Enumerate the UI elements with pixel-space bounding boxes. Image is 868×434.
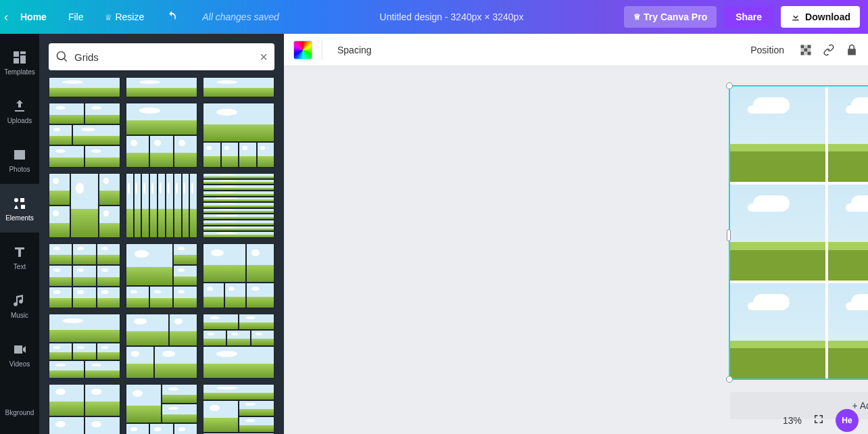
grid-thumbnail[interactable] [49, 314, 120, 379]
grid-thumbnail[interactable] [126, 384, 197, 434]
position-button[interactable]: Position [745, 41, 790, 59]
svg-rect-6 [804, 48, 808, 51]
photos-icon [11, 147, 28, 163]
svg-rect-7 [808, 48, 811, 51]
grid-cell[interactable] [730, 283, 825, 379]
context-toolbar: Spacing Position [284, 34, 868, 66]
elements-icon [11, 195, 28, 212]
videos-icon [11, 341, 28, 358]
resize-button[interactable]: ♕Resize [95, 6, 153, 28]
crown-icon: ♕ [633, 12, 641, 22]
rail-videos[interactable]: Videos [0, 330, 39, 379]
grid-thumbnail[interactable] [203, 243, 274, 308]
clear-search-button[interactable]: × [260, 49, 268, 65]
grid-thumbnail[interactable] [49, 173, 120, 238]
grid-cell[interactable] [828, 185, 868, 280]
workspace[interactable]: + Add page 13% He [284, 66, 868, 434]
rail-templates[interactable]: Templates [0, 38, 39, 87]
grid-thumbnail[interactable] [126, 77, 197, 97]
grid-thumbnail[interactable] [49, 103, 120, 168]
grid-thumbnail[interactable] [203, 173, 274, 238]
download-icon [790, 11, 801, 22]
canvas-page[interactable] [730, 87, 868, 379]
grid-thumbnail[interactable] [203, 384, 274, 434]
file-menu[interactable]: File [59, 6, 93, 28]
svg-rect-1 [20, 198, 24, 202]
zoom-level[interactable]: 13% [783, 415, 802, 426]
undo-button[interactable] [156, 5, 187, 30]
background-icon [11, 390, 28, 406]
bottom-status-bar: 13% He [284, 407, 868, 434]
svg-rect-10 [808, 51, 811, 55]
elements-panel: × [39, 34, 284, 434]
grids-results[interactable] [49, 77, 274, 434]
try-canva-pro-button[interactable]: ♕Try Canva Pro [624, 6, 717, 28]
grid-thumbnail[interactable] [203, 77, 274, 97]
rail-background[interactable]: Bkground [0, 379, 39, 427]
svg-rect-8 [801, 51, 804, 55]
grid-thumbnail[interactable] [126, 173, 197, 238]
left-nav-rail: Templates Uploads Photos Elements Text M… [0, 34, 39, 434]
rail-text[interactable]: Text [0, 233, 39, 281]
search-input[interactable] [74, 51, 254, 63]
spacing-button[interactable]: Spacing [332, 41, 377, 59]
templates-icon [11, 49, 28, 66]
text-icon [11, 244, 28, 260]
rail-music[interactable]: Music [0, 281, 39, 330]
rail-photos[interactable]: Photos [0, 135, 39, 184]
music-icon [11, 293, 28, 309]
grid-thumbnail[interactable] [203, 314, 274, 379]
crown-icon: ♕ [105, 13, 112, 22]
rail-uploads[interactable]: Uploads [0, 87, 39, 135]
search-icon [55, 50, 69, 64]
share-button[interactable]: Share [723, 6, 774, 28]
document-title[interactable]: Untitled design - 3240px × 3240px [279, 11, 624, 22]
back-chevron-icon[interactable]: ‹ [0, 10, 12, 24]
grid-thumbnail[interactable] [49, 77, 120, 97]
svg-rect-5 [801, 48, 804, 51]
home-button[interactable]: Home [16, 6, 56, 28]
download-button[interactable]: Download [781, 6, 860, 28]
uploads-icon [11, 98, 28, 114]
transparency-icon[interactable] [799, 43, 813, 57]
grid-cell[interactable] [730, 185, 825, 280]
grid-cell[interactable] [828, 283, 868, 379]
help-button[interactable]: He [836, 409, 859, 432]
grid-thumbnail[interactable] [49, 243, 120, 308]
svg-rect-4 [808, 45, 811, 48]
grid-cell[interactable] [828, 87, 868, 182]
selection-handle-tl[interactable] [726, 82, 733, 89]
search-field[interactable]: × [49, 43, 274, 70]
grid-thumbnail[interactable] [49, 384, 120, 434]
selection-handle-bl[interactable] [726, 376, 733, 383]
selection-handle-l[interactable] [727, 229, 731, 241]
rail-elements[interactable]: Elements [0, 184, 39, 233]
link-icon[interactable] [822, 43, 836, 57]
svg-point-0 [14, 198, 18, 202]
fullscreen-button[interactable] [813, 413, 825, 428]
lock-icon[interactable] [845, 43, 859, 57]
color-picker-button[interactable] [293, 41, 312, 59]
top-menu-bar: ‹ Home File ♕Resize All changes saved Un… [0, 0, 868, 34]
grid-thumbnail[interactable] [126, 243, 197, 308]
svg-rect-9 [804, 51, 808, 55]
grid-cell[interactable] [730, 87, 825, 182]
svg-rect-2 [801, 45, 804, 48]
canvas-area: Spacing Position [284, 34, 868, 434]
grid-thumbnail[interactable] [126, 314, 197, 379]
save-status: All changes saved [202, 11, 279, 22]
svg-rect-3 [804, 45, 808, 48]
grid-thumbnail[interactable] [126, 103, 197, 168]
grid-thumbnail[interactable] [203, 103, 274, 168]
